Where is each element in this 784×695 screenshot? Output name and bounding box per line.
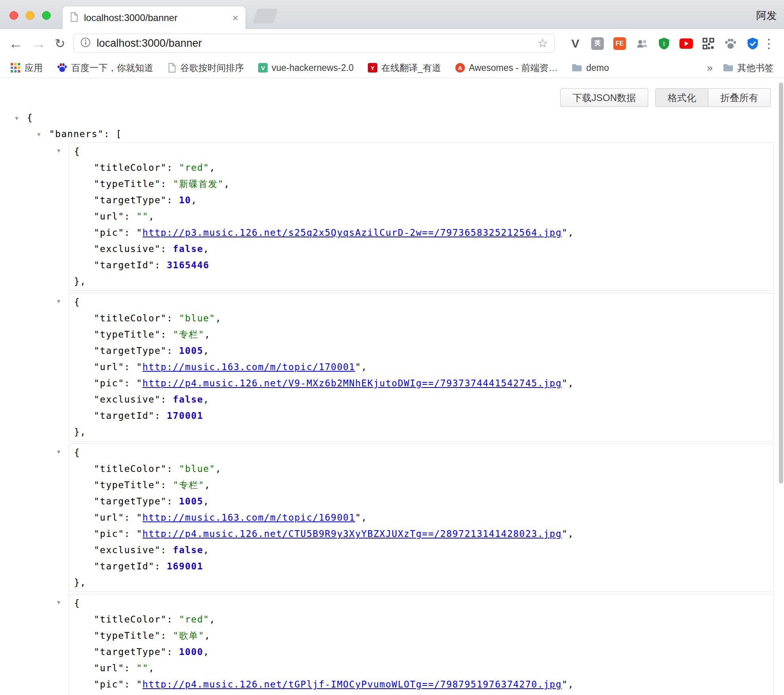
json-value-number: 3165446 <box>167 260 209 270</box>
json-value-number: false <box>173 244 204 254</box>
minimize-window-button[interactable] <box>26 11 34 20</box>
json-object: ▼{"titleColor": "red","typeTitle": "新碟首发… <box>69 142 774 291</box>
json-key: "pic" <box>94 378 124 388</box>
json-property: "targetType": 1000, <box>69 644 773 660</box>
page-scrollbar[interactable] <box>778 78 784 695</box>
extensions-row: V英FEt <box>569 29 759 58</box>
json-key: "titleColor" <box>94 464 167 474</box>
youdao-dict-icon[interactable]: 英 <box>591 37 604 50</box>
collapse-toggle-icon[interactable]: ▼ <box>57 147 60 154</box>
json-object-open: { <box>69 294 773 310</box>
json-property: "pic": "http://p4.music.126.net/tGPljf-I… <box>69 676 773 693</box>
baidu-paw-icon <box>57 63 67 73</box>
contacts-icon[interactable] <box>635 37 649 50</box>
new-tab-button[interactable] <box>253 9 278 24</box>
fullscreen-window-button[interactable] <box>42 11 51 20</box>
guard-icon[interactable]: t <box>657 37 671 50</box>
json-value-string: "" <box>136 211 148 221</box>
json-value-number: 1000 <box>179 647 203 657</box>
fehelper-icon[interactable]: FE <box>613 37 626 50</box>
window-controls <box>10 11 51 20</box>
youdao-icon: Y <box>368 63 377 73</box>
url-text[interactable]: localhost:3000/banner <box>97 37 537 50</box>
bookmarks-overflow-chevron[interactable]: » <box>707 62 713 74</box>
paw-icon[interactable] <box>724 37 737 50</box>
json-value-number: false <box>173 394 204 405</box>
bookmark-item[interactable]: 谷歌按时间排序 <box>167 62 244 74</box>
json-object-box: {"titleColor": "red","typeTitle": "新碟首发"… <box>69 142 774 291</box>
json-link[interactable]: http://p4.music.126.net/tGPljf-IMOCyPvum… <box>143 679 562 689</box>
json-object-box: {"titleColor": "red","typeTitle": "歌单","… <box>69 594 774 695</box>
bookmark-item[interactable]: Y在线翻译_有道 <box>368 62 441 74</box>
json-objects: ▼{"titleColor": "red","typeTitle": "新碟首发… <box>69 142 774 695</box>
collapse-all-button[interactable]: 折叠所有 <box>708 88 771 107</box>
json-value-number: false <box>173 545 204 555</box>
svg-text:t: t <box>663 40 665 47</box>
shield-check-icon[interactable] <box>746 37 759 50</box>
profile-name[interactable]: 阿发 <box>756 9 777 23</box>
json-property: "typeTitle": "歌单", <box>69 628 773 644</box>
bookmark-item[interactable]: 应用 <box>10 62 43 74</box>
json-property: "titleColor": "blue", <box>69 310 773 326</box>
reload-button[interactable]: ↻ <box>55 37 65 50</box>
json-object-box: {"titleColor": "blue","typeTitle": "专栏",… <box>69 443 774 592</box>
close-window-button[interactable] <box>10 11 18 20</box>
tab-close-icon[interactable]: × <box>232 13 238 23</box>
json-link[interactable]: http://music.163.com/m/topic/170001 <box>143 362 355 372</box>
json-value-number: 1005 <box>179 496 203 506</box>
json-property: "typeTitle": "专栏", <box>69 326 773 343</box>
browser-tab[interactable]: localhost:3000/banner × <box>63 6 245 29</box>
bookmark-label: 应用 <box>25 62 43 74</box>
json-key: "pic" <box>94 679 124 689</box>
qrcode-icon[interactable] <box>702 37 715 50</box>
bookmark-item[interactable]: demo <box>572 63 609 73</box>
json-value-string: "专栏" <box>173 329 205 340</box>
youtube-icon[interactable] <box>679 37 693 50</box>
collapse-toggle-icon[interactable]: ▼ <box>57 298 60 304</box>
json-link[interactable]: http://p3.music.126.net/s25q2x5QyqsAzilC… <box>143 227 562 238</box>
bookmark-star-icon[interactable]: ☆ <box>537 37 548 49</box>
json-object: ▼{"titleColor": "red","typeTitle": "歌单",… <box>69 594 774 695</box>
json-property: "targetId": 3165446 <box>69 257 773 273</box>
json-property: "url": "", <box>69 208 773 225</box>
page-favicon-icon <box>70 12 78 24</box>
json-property: "pic": "http://p3.music.126.net/s25q2x5Q… <box>69 225 773 241</box>
collapse-toggle-icon[interactable]: ▼ <box>15 110 27 126</box>
page-info-icon[interactable] <box>80 37 91 50</box>
json-key: "targetType" <box>94 496 167 506</box>
bookmark-item[interactable]: AAwesomes - 前端资… <box>455 62 558 74</box>
json-property: "titleColor": "red", <box>69 160 773 176</box>
json-property: "targetId": 169001 <box>69 558 773 575</box>
browser-menu-icon[interactable]: ⋮ <box>763 36 775 51</box>
vimium-icon[interactable]: V <box>569 37 582 50</box>
bookmark-item[interactable]: Vvue-hackernews-2.0 <box>258 63 354 73</box>
json-link[interactable]: http://music.163.com/m/topic/169001 <box>143 512 355 523</box>
json-link[interactable]: http://p4.music.126.net/CTU5B9R9y3XyYBZX… <box>143 529 562 539</box>
collapse-toggle-icon[interactable]: ▼ <box>37 126 49 143</box>
json-root-body: ▼"banners": [▼{"titleColor": "red","type… <box>37 126 774 695</box>
bookmarks-right: » 其他书签 <box>707 62 774 74</box>
json-property: "pic": "http://p4.music.126.net/V9-MXz6b… <box>69 375 773 391</box>
json-value-string: "歌单" <box>173 630 205 641</box>
page-icon <box>167 63 176 73</box>
json-property: "exclusive": false, <box>69 693 773 695</box>
json-link[interactable]: http://p4.music.126.net/V9-MXz6b2MNhEKju… <box>143 378 562 388</box>
json-property: "titleColor": "red", <box>69 611 773 628</box>
forward-button[interactable]: → <box>32 36 46 51</box>
json-property: "exclusive": false, <box>69 542 773 558</box>
collapse-toggle-icon[interactable]: ▼ <box>57 449 60 455</box>
json-object-close: }, <box>69 575 773 591</box>
download-json-button[interactable]: 下载JSON数据 <box>560 88 648 107</box>
collapse-toggle-icon[interactable]: ▼ <box>57 599 60 605</box>
awesomes-icon: A <box>455 63 465 73</box>
format-button[interactable]: 格式化 <box>655 88 708 107</box>
other-bookmarks-folder[interactable]: 其他书签 <box>723 62 774 74</box>
json-toolbar: 下载JSON数据 格式化 折叠所有 <box>560 88 771 107</box>
json-property: "url": "", <box>69 660 773 676</box>
bookmark-item[interactable]: 百度一下，你就知道 <box>57 62 153 74</box>
address-bar[interactable]: localhost:3000/banner ☆ <box>73 34 555 53</box>
scrollbar-thumb[interactable] <box>779 82 783 483</box>
bookmark-label: vue-hackernews-2.0 <box>272 63 354 73</box>
back-button[interactable]: ← <box>9 36 23 51</box>
json-object: ▼{"titleColor": "blue","typeTitle": "专栏"… <box>69 443 774 592</box>
